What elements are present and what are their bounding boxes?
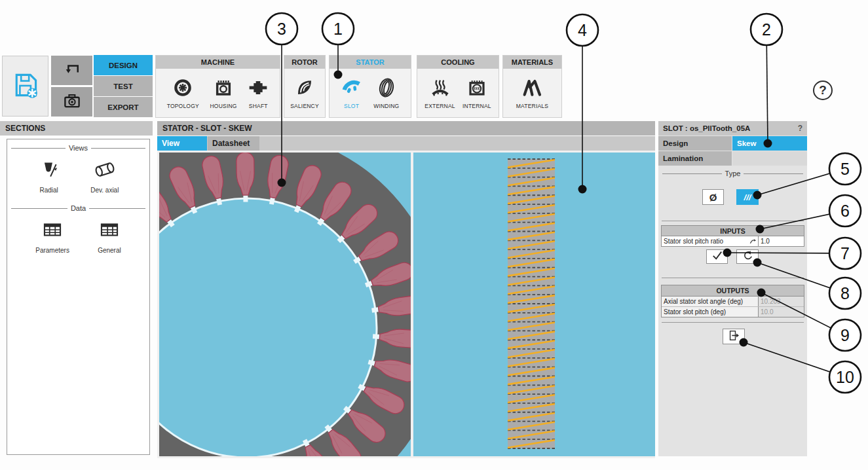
sidebar-item-parameters[interactable]: Parameters [35,219,69,254]
slot-icon [341,77,362,101]
ribbon-group-stator: STATOR SLOT [329,55,411,118]
tabstrip-filler [732,151,807,166]
apply-button[interactable] [706,249,728,264]
linked-parameter-icon[interactable] [749,238,757,245]
callout-6: 6 [829,195,861,226]
save-icon [11,71,40,102]
sidebar-item-label: Parameters [35,247,69,254]
output-row-slot-pitch: Stator slot pitch (deg) 10.0 [662,307,804,317]
callout-9: 9 [829,319,861,351]
output-value: 10.0 [758,307,804,317]
save-button[interactable] [2,56,48,117]
tab-skew[interactable]: Skew [732,136,807,151]
reset-icon [742,250,753,264]
radial-view-pane[interactable] [159,153,411,456]
general-table-icon [98,219,121,244]
export-icon [728,329,740,344]
skew-type-none-button[interactable]: Ø [702,189,724,205]
ribbon-item-shaft[interactable]: SHAFT [248,77,269,109]
callout-5: 5 [829,153,861,185]
slot-pitch-ratio-field[interactable]: 1.0 [758,236,804,246]
ribbon-item-materials[interactable]: MATERIALS [516,77,548,109]
materials-icon [521,77,542,101]
callout-3: 3 [266,13,297,45]
ribbon-item-label: INTERNAL [462,103,491,109]
svg-text:8: 8 [840,284,850,302]
inputs-title: INPUTS [662,226,804,236]
check-icon [711,250,723,263]
ribbon-item-label: WINDING [373,103,399,109]
tab-design-slot[interactable]: Design [658,136,732,151]
outputs-title: OUTPUTS [662,285,804,297]
callout-10: 10 [829,361,861,393]
question-mark-icon: ? [819,83,827,98]
output-label: Axial stator slot angle (deg) [662,297,758,306]
svg-text:10: 10 [836,368,854,386]
ribbon-item-topology[interactable]: TOPOLOGY [167,77,199,109]
slot-properties-panel: SLOT : os_PllTooth_05A ? Design Skew Lam… [658,121,807,456]
svg-text:9: 9 [840,326,850,344]
screenshot-button[interactable] [50,86,93,117]
ribbon-group-stator-title: STATOR [330,56,411,69]
callout-8: 8 [829,278,861,309]
view-container [157,151,655,458]
tab-test[interactable]: TEST [94,76,153,96]
divider [662,221,804,221]
ribbon-item-winding[interactable]: WINDING [373,77,399,109]
undo-button[interactable] [50,55,93,86]
ribbon-item-label: MATERIALS [516,103,548,109]
ribbon-group-cooling: COOLING EXTERNA [417,55,499,118]
saliency-icon [294,77,315,101]
panel-help-icon[interactable]: ? [798,124,802,133]
ribbon-item-label: SLOT [344,103,359,109]
no-skew-icon: Ø [709,192,717,203]
sidebar-item-general[interactable]: General [98,219,121,254]
svg-text:1: 1 [333,20,343,38]
stator-radial-drawing [159,153,411,456]
data-group-separator: Data [11,204,145,212]
tab-lamination[interactable]: Lamination [658,151,732,166]
reset-button[interactable] [736,249,759,264]
shaft-icon [248,77,269,101]
dev-axial-view-icon [92,158,118,183]
svg-text:2: 2 [762,20,771,39]
external-cooling-icon [430,77,451,101]
application-window: DESIGN TEST EXPORT MACHINE TOPOLOGY [0,0,868,470]
sidebar-item-dev-axial[interactable]: Dev. axial [90,158,119,194]
ribbon-group-machine: MACHINE TOPOLOGY [155,55,280,118]
ribbon-item-label: TOPOLOGY [167,103,199,109]
ribbon-item-housing[interactable]: HOUSING [210,77,237,109]
ribbon-item-slot[interactable]: SLOT [341,77,362,109]
callout-1: 1 [322,13,354,45]
output-label: Stator slot pitch (deg) [662,307,758,317]
divider [662,278,804,278]
undo-icon [62,60,82,82]
tab-datasheet[interactable]: Datasheet [208,136,259,151]
tab-view[interactable]: View [157,136,207,151]
sidebar-item-radial[interactable]: Radial [38,158,60,194]
view-title: STATOR - SLOT - SKEW [157,121,655,136]
stator-skew-drawing [413,153,655,456]
tab-design[interactable]: DESIGN [94,55,153,75]
ribbon-item-internal[interactable]: INTERNAL [462,77,491,109]
ribbon-item-external[interactable]: EXTERNAL [425,77,455,109]
export-report-button[interactable] [723,329,745,344]
ribbon-group-rotor: ROTOR SALIENCY [284,55,326,118]
type-separator: Type [662,170,803,177]
ribbon-group-rotor-title: ROTOR [284,56,325,69]
slot-panel-title: SLOT : os_PllTooth_05A [663,124,750,132]
skew-type-linear-button[interactable]: /// [736,189,759,205]
input-row-slot-pitch-ratio: Stator slot pitch ratio 1.0 [662,236,804,246]
tab-export[interactable]: EXPORT [94,97,153,117]
ribbon-item-label: HOUSING [210,103,237,109]
help-button[interactable]: ? [813,81,833,100]
ribbon-group-machine-title: MACHINE [156,56,280,69]
topology-icon [172,77,193,101]
ribbon-item-saliency[interactable]: SALIENCY [290,77,319,109]
sidebar-item-label: Radial [39,187,58,194]
svg-text:4: 4 [578,21,587,39]
ribbon-group-materials: MATERIALS MATERIALS [502,55,562,118]
linear-skew-icon: /// [744,192,751,202]
skew-view-pane[interactable] [413,153,655,456]
output-row-axial-angle: Axial stator slot angle (deg) 10.203 [662,297,804,307]
